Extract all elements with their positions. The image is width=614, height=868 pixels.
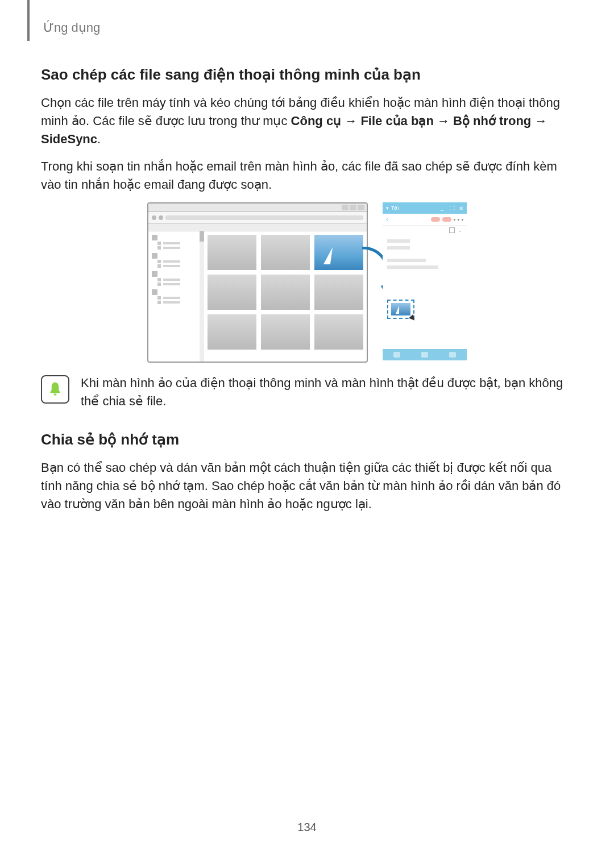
recent-icon (393, 352, 400, 358)
phone-chevron-icon: ▾ (386, 205, 389, 211)
file-thumbnail (261, 314, 310, 350)
note-bell-icon (41, 375, 69, 404)
breadcrumb-arrow-3: → (531, 114, 547, 128)
nav-dot-icon (152, 215, 156, 220)
window-titlebar (148, 203, 367, 212)
tree-item (157, 264, 196, 268)
file-thumbnail (208, 235, 256, 270)
window-body (148, 231, 367, 362)
window-max-icon (350, 205, 356, 210)
file-thumbnail-selected (314, 235, 363, 270)
phone-titlebar: ▾ Tới _ ⛶ ✕ (383, 202, 467, 214)
paragraph-copy-instructions: Chọn các file trên máy tính và kéo chúng… (41, 94, 573, 148)
heading-clipboard-share: Chia sẻ bộ nhớ tạm (41, 431, 573, 448)
back-nav-icon (449, 352, 456, 358)
file-grid (204, 231, 367, 362)
nav-dot-icon (159, 215, 163, 220)
note-text: Khi màn hình ảo của điện thoại thông min… (81, 374, 573, 410)
cursor-icon (409, 314, 417, 322)
phone-toolbar: ⌄ (383, 225, 467, 235)
page-number: 134 (0, 821, 614, 834)
tree-item (152, 235, 196, 240)
more-icon (454, 219, 463, 221)
tree-item (152, 289, 196, 295)
phone-max-icon: ⛶ (450, 205, 455, 211)
window-close-icon (358, 205, 364, 210)
tree-item (157, 296, 196, 300)
file-thumbnail (261, 275, 310, 310)
phone-title-text: Tới (391, 205, 399, 211)
margin-rule (27, 0, 30, 41)
breadcrumb-arrow-1: → (341, 114, 360, 128)
note-callout: Khi màn hình ảo của điện thoại thông min… (41, 374, 573, 410)
tree-item (157, 246, 196, 250)
window-ribbon (148, 224, 367, 231)
text-line (387, 239, 410, 243)
paragraph-clipboard: Bạn có thể sao chép và dán văn bản một c… (41, 459, 573, 513)
phone-body (383, 235, 467, 323)
breadcrumb-tools: Công cụ (291, 114, 342, 128)
header-section: Ứng dụng (43, 20, 573, 35)
text-line (387, 246, 410, 250)
folder-tree (148, 231, 200, 362)
figure-drag-drop: ▾ Tới _ ⛶ ✕ ‹ ⌄ (147, 202, 467, 360)
phone-min-icon: _ (441, 205, 446, 211)
breadcrumb-your-files: File của bạn (360, 114, 433, 128)
virtual-phone-screen: ▾ Tới _ ⛶ ✕ ‹ ⌄ (383, 202, 467, 360)
text-line (387, 259, 426, 262)
paragraph-attach-note: Trong khi soạn tin nhắn hoặc email trên … (41, 157, 573, 194)
scrollbar (200, 231, 204, 362)
tree-item (152, 271, 196, 277)
text-line (387, 265, 438, 269)
desktop-window (147, 202, 368, 363)
tree-item (152, 253, 196, 259)
file-thumbnail (208, 314, 256, 350)
file-thumbnail (314, 314, 363, 350)
breadcrumb-arrow-2: → (434, 114, 453, 128)
back-icon: ‹ (386, 215, 388, 223)
address-bar (165, 215, 363, 220)
tree-item (157, 278, 196, 281)
file-thumbnail (314, 275, 363, 310)
drop-target (387, 300, 414, 319)
action-pill (442, 217, 451, 222)
tree-item (157, 301, 196, 304)
phone-close-icon: ✕ (459, 205, 463, 211)
home-icon (421, 352, 428, 358)
heading-copy-files: Sao chép các file sang điện thoại thông … (41, 66, 573, 84)
breadcrumb-period: . (97, 132, 101, 146)
tree-item (157, 260, 196, 263)
dropdown-icon: ⌄ (458, 228, 462, 233)
document-page: Ứng dụng Sao chép các file sang điện tho… (0, 0, 614, 868)
phone-navbar (383, 349, 467, 360)
action-pill (431, 217, 440, 222)
breadcrumb-internal-storage: Bộ nhớ trong (453, 114, 531, 128)
file-thumbnail (208, 275, 256, 310)
file-thumbnail (261, 235, 310, 270)
window-toolbar (148, 212, 367, 224)
checkbox-icon (449, 227, 455, 233)
phone-app-header: ‹ (383, 214, 467, 225)
breadcrumb-sidesync: SideSync (41, 132, 97, 146)
tree-item (157, 242, 196, 245)
tree-item (157, 283, 196, 286)
window-min-icon (342, 205, 349, 210)
